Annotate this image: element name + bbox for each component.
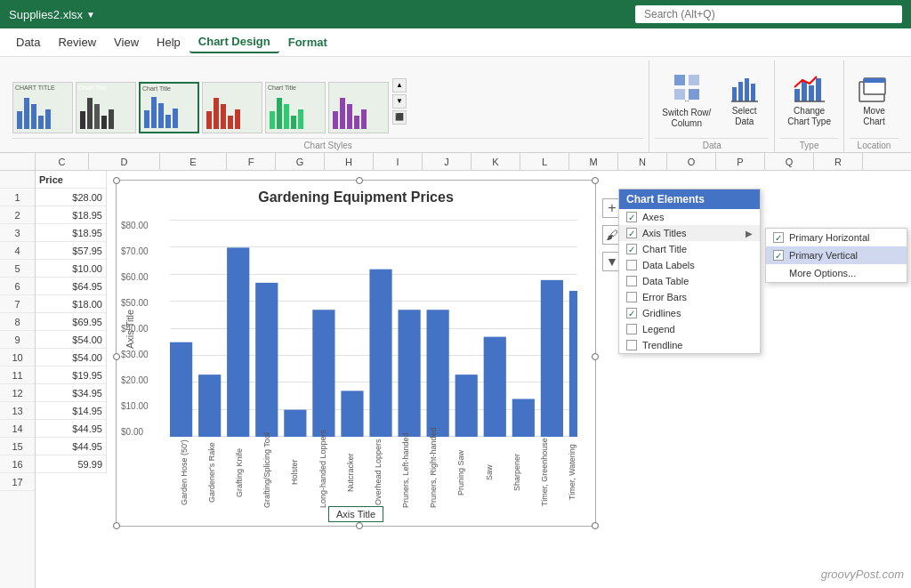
row-13[interactable]: 12 bbox=[0, 384, 35, 402]
panel-item-error-bars[interactable]: Error Bars bbox=[619, 289, 760, 305]
scroll-up[interactable]: ▲ bbox=[392, 78, 407, 93]
panel-item-gridlines[interactable]: ✓ Gridlines bbox=[619, 305, 760, 321]
primary-vertical-checkbox[interactable]: ✓ bbox=[773, 250, 784, 261]
submenu-primary-vertical[interactable]: ✓ Primary Vertical bbox=[766, 246, 907, 264]
col-m[interactable]: M bbox=[569, 153, 618, 170]
col-q[interactable]: Q bbox=[765, 153, 814, 170]
col-k[interactable]: K bbox=[472, 153, 520, 170]
chart-styles-label: Chart Styles bbox=[12, 138, 643, 152]
menu-chart-design[interactable]: Chart Design bbox=[189, 31, 279, 53]
dropdown-icon[interactable]: ▼ bbox=[86, 10, 95, 20]
menu-review[interactable]: Review bbox=[49, 32, 105, 52]
panel-item-chart-title[interactable]: ✓ Chart Title bbox=[619, 241, 760, 257]
row-9[interactable]: 8 bbox=[0, 313, 35, 331]
change-chart-type-button[interactable]: ChangeChart Type bbox=[780, 71, 838, 131]
col-h[interactable]: H bbox=[325, 153, 374, 170]
menu-data[interactable]: Data bbox=[7, 32, 49, 52]
legend-checkbox[interactable] bbox=[626, 324, 637, 334]
chart-style-1[interactable]: CHART TITLE bbox=[12, 82, 73, 133]
scroll-expand[interactable]: ⬛ bbox=[392, 110, 407, 125]
chart-title-checkbox[interactable]: ✓ bbox=[626, 244, 637, 254]
svg-rect-19 bbox=[198, 375, 221, 437]
panel-item-trendline[interactable]: Trendline bbox=[619, 337, 760, 353]
col-r[interactable]: R bbox=[814, 153, 863, 170]
col-l[interactable]: L bbox=[520, 153, 569, 170]
move-chart-icon bbox=[859, 75, 891, 106]
row-15[interactable]: 14 bbox=[0, 420, 35, 438]
select-data-button[interactable]: SelectData bbox=[720, 71, 769, 131]
x-label-14: Timer, Watering bbox=[568, 437, 576, 508]
price-15: $44.95 bbox=[36, 438, 106, 455]
panel-item-legend[interactable]: Legend bbox=[619, 321, 760, 337]
gridlines-checkbox[interactable]: ✓ bbox=[626, 308, 637, 318]
row-5[interactable]: 4 bbox=[0, 242, 35, 260]
col-j[interactable]: J bbox=[423, 153, 472, 170]
row-14[interactable]: 13 bbox=[0, 402, 35, 420]
row-7[interactable]: 6 bbox=[0, 278, 35, 295]
menu-view[interactable]: View bbox=[105, 32, 148, 52]
col-c[interactable]: C bbox=[36, 153, 89, 170]
axis-submenu: ✓ Primary Horizontal ✓ Primary Vertical … bbox=[765, 228, 907, 283]
col-n[interactable]: N bbox=[618, 153, 667, 170]
row-16[interactable]: 15 bbox=[0, 438, 35, 455]
row-17[interactable]: 16 bbox=[0, 455, 35, 473]
x-label-4: Holster bbox=[290, 437, 299, 508]
panel-item-axis-titles[interactable]: ✓ Axis Titles ▶ bbox=[619, 225, 760, 241]
chart-style-5[interactable]: Chart Title bbox=[265, 82, 326, 133]
y-axis-labels: $0.00 $10.00 $20.00 $30.00 $40.00 $50.00… bbox=[121, 221, 149, 437]
data-labels-checkbox[interactable] bbox=[626, 260, 637, 270]
svg-rect-31 bbox=[541, 280, 563, 437]
chart-bars-svg bbox=[170, 221, 577, 437]
row-6[interactable]: 5 bbox=[0, 260, 35, 278]
col-g[interactable]: G bbox=[276, 153, 325, 170]
scroll-down[interactable]: ▼ bbox=[392, 94, 407, 109]
search-input[interactable] bbox=[635, 5, 902, 23]
select-data-label: SelectData bbox=[732, 106, 757, 127]
x-axis-title[interactable]: Axis Title bbox=[328, 506, 383, 522]
chart-container[interactable]: Gardening Equipment Prices Axis Title $0… bbox=[116, 180, 596, 527]
col-p[interactable]: P bbox=[716, 153, 765, 170]
axis-titles-checkbox[interactable]: ✓ bbox=[626, 228, 637, 238]
col-e[interactable]: E bbox=[160, 153, 227, 170]
col-d[interactable]: D bbox=[89, 153, 160, 170]
ribbon-type-section: ChangeChart Type Type bbox=[775, 60, 844, 152]
row-11[interactable]: 10 bbox=[0, 349, 35, 366]
primary-horizontal-checkbox[interactable]: ✓ bbox=[773, 232, 784, 243]
row-2[interactable]: 1 bbox=[0, 189, 35, 206]
chart-title: Gardening Equipment Prices bbox=[117, 181, 595, 205]
switch-row-col-button[interactable]: ↔ Switch Row/Column bbox=[655, 69, 718, 133]
row-18[interactable]: 17 bbox=[0, 473, 35, 491]
row-8[interactable]: 7 bbox=[0, 295, 35, 313]
x-label-2: Grafting Knife bbox=[235, 437, 244, 508]
trendline-checkbox[interactable] bbox=[626, 340, 637, 350]
col-o[interactable]: O bbox=[667, 153, 716, 170]
panel-item-data-labels[interactable]: Data Labels bbox=[619, 257, 760, 273]
menu-help[interactable]: Help bbox=[148, 32, 189, 52]
row-4[interactable]: 3 bbox=[0, 224, 35, 242]
chart-plot-area: $0.00 $10.00 $20.00 $30.00 $40.00 $50.00… bbox=[170, 221, 577, 437]
primary-horizontal-label: Primary Horizontal bbox=[789, 232, 869, 243]
error-bars-checkbox[interactable] bbox=[626, 292, 637, 302]
price-1: $28.00 bbox=[36, 189, 106, 206]
row-12[interactable]: 11 bbox=[0, 366, 35, 384]
chart-style-2[interactable]: Chart Title bbox=[76, 82, 136, 133]
row-3[interactable]: 2 bbox=[0, 206, 35, 224]
chart-style-3[interactable]: Chart Title bbox=[139, 82, 199, 133]
axis-titles-label: Axis Titles bbox=[642, 228, 746, 238]
chart-style-4[interactable] bbox=[202, 82, 262, 133]
panel-item-axes[interactable]: ✓ Axes bbox=[619, 209, 760, 225]
menu-format[interactable]: Format bbox=[279, 32, 336, 52]
panel-item-data-table[interactable]: Data Table bbox=[619, 273, 760, 289]
change-chart-type-label: ChangeChart Type bbox=[787, 106, 831, 127]
row-10[interactable]: 9 bbox=[0, 331, 35, 349]
chart-style-6[interactable] bbox=[328, 82, 389, 133]
data-table-checkbox[interactable] bbox=[626, 276, 637, 286]
submenu-more-options[interactable]: More Options... bbox=[766, 264, 907, 282]
submenu-primary-horizontal[interactable]: ✓ Primary Horizontal bbox=[766, 229, 907, 246]
x-labels-container: Garden Hose (50') Gardener's Rake Grafti… bbox=[170, 437, 586, 508]
col-f[interactable]: F bbox=[227, 153, 276, 170]
col-i[interactable]: I bbox=[374, 153, 423, 170]
move-chart-button[interactable]: MoveChart bbox=[850, 71, 899, 131]
axes-checkbox[interactable]: ✓ bbox=[626, 212, 637, 222]
x-label-8: Pruners, Left-handed bbox=[401, 437, 410, 508]
